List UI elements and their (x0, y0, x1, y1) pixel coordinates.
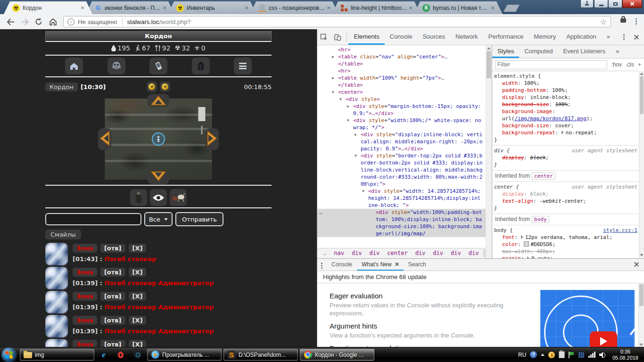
bookmark-star-icon[interactable]: ☆ (600, 17, 607, 26)
dom-node[interactable]: </table> (317, 82, 486, 89)
smiles-button[interactable]: Смайлы (45, 230, 81, 239)
language-indicator[interactable]: RU (518, 352, 526, 358)
dom-node[interactable]: ▶<div style="display:inline-block; verti… (317, 131, 486, 152)
tab-close-icon[interactable]: × (161, 5, 168, 11)
dom-node[interactable]: </table> (317, 60, 486, 67)
scroll-up-icon[interactable] (640, 73, 644, 75)
expand-icon[interactable]: ▶ (347, 103, 349, 110)
back-button[interactable] (5, 16, 16, 27)
devtools-tab-memory[interactable]: Memory (528, 29, 561, 45)
breadcrumb-item[interactable]: div (413, 249, 429, 257)
mutants-button[interactable] (170, 189, 187, 206)
devtools-tab-application[interactable]: Application (561, 29, 602, 45)
collapse-icon[interactable]: ▼ (347, 117, 349, 124)
collapse-icon[interactable]: ▼ (362, 188, 364, 195)
breadcrumb-item[interactable]: nav (331, 249, 347, 257)
dom-node[interactable]: <hr> (317, 46, 486, 53)
address-bar[interactable]: i Не защищено stalwars.loc/world.php? ☆ (63, 16, 611, 27)
devtools-tab-elements[interactable]: Elements (348, 29, 384, 45)
radiation-badge-button[interactable]: ☢ (160, 82, 170, 92)
stylesheet-link[interactable]: style.css:1 (603, 227, 637, 234)
dom-node[interactable]: ▼<div style="border-top:2px solid #333;b… (317, 152, 486, 188)
send-button[interactable]: Отправить (175, 212, 223, 226)
tab-close-icon[interactable]: × (325, 5, 332, 11)
stalker-button[interactable] (130, 189, 147, 206)
devtools-close-icon[interactable] (634, 34, 639, 40)
collapse-icon[interactable]: ▼ (355, 152, 357, 159)
delete-button[interactable]: [X] (129, 316, 147, 325)
scroll-up-icon[interactable] (487, 47, 491, 49)
dom-node[interactable]: <hr> (317, 67, 486, 74)
devtools-tab-performance[interactable]: Performance (483, 29, 528, 45)
radiation-badge-button[interactable]: ☢ (147, 82, 157, 92)
taskbar-item-ie[interactable]: e (96, 349, 111, 361)
more-indicator[interactable]: … (319, 209, 323, 216)
inherited-node-link[interactable]: center (532, 173, 555, 180)
tab-close-icon[interactable]: × (79, 5, 86, 11)
clipboard-tray-icon[interactable] (559, 351, 565, 358)
tab-close-icon[interactable]: × (407, 5, 414, 11)
author-badge[interactable]: Зона (73, 316, 97, 325)
drawer-tab-search[interactable]: Search (404, 259, 431, 271)
dom-node[interactable]: ▶<div style="margin-bottom:-15px; opacit… (317, 103, 486, 117)
new-rule-button[interactable]: + (638, 61, 641, 68)
tray-expand-icon[interactable] (541, 354, 545, 356)
browser-tab[interactable]: ☢Инвентарь× (168, 1, 256, 14)
breadcrumb-item[interactable]: div (448, 249, 464, 257)
nav-backpack-button[interactable] (192, 58, 210, 74)
author-badge[interactable]: Зона (73, 292, 97, 301)
sidebar-tab-computed[interactable]: Computed (519, 45, 558, 58)
taskbar-item-chrome[interactable]: Кордон - Google ... (300, 349, 374, 361)
delete-button[interactable]: [X] (129, 340, 147, 347)
dom-node[interactable]: …<div style="width:100%;padding-bottom: … (317, 209, 486, 237)
drawer-close-icon[interactable] (634, 262, 639, 267)
author-badge[interactable]: Зона (73, 268, 97, 277)
nav-pda-button[interactable] (149, 58, 167, 74)
dom-node[interactable]: ▼<center> (317, 89, 486, 96)
devtools-tab-console[interactable]: Console (385, 29, 418, 45)
minimize-button[interactable] (594, 0, 608, 8)
breadcrumb-item[interactable]: div (349, 249, 365, 257)
browser-tab[interactable]: Bbymas.ru | Новая тема× (414, 1, 503, 14)
play-button[interactable] (590, 331, 617, 348)
whats-new-item-title[interactable]: Argument hints (330, 322, 537, 330)
volume-tray-icon[interactable] (599, 352, 606, 358)
author-badge[interactable]: Зона (73, 244, 97, 253)
close-tab-icon[interactable] (395, 262, 399, 266)
drawer-menu-icon[interactable] (321, 262, 323, 271)
cls-toggle[interactable]: .cls (626, 61, 634, 68)
expand-icon[interactable] (561, 131, 564, 134)
reply-button[interactable]: [отв] (100, 244, 125, 253)
tab-close-icon[interactable]: × (243, 5, 250, 11)
clock[interactable]: 0:35 05.08.2018 (610, 349, 641, 361)
reply-button[interactable]: [отв] (100, 340, 125, 347)
sidebar-tab-styles[interactable]: Styles (492, 45, 519, 58)
breadcrumb-item[interactable]: div (466, 249, 482, 257)
delete-button[interactable]: [X] (129, 268, 147, 277)
dom-node[interactable]: ▶<table class="nav" align="center">… (317, 53, 486, 60)
activity-tray-icon[interactable] (578, 352, 585, 358)
taskbar-item-nox[interactable] (130, 349, 145, 361)
scroll-down-icon[interactable] (639, 344, 643, 346)
help-tray-icon[interactable]: ? (530, 351, 537, 358)
dom-node[interactable]: ▶<table width="100%" height="7px">… (317, 74, 486, 82)
browser-tab[interactable]: line-height | htmlbook.ru× (332, 1, 421, 14)
nav-gasmask-button[interactable] (107, 58, 125, 74)
drawer-tab-whatsnew[interactable]: What's New (357, 259, 404, 271)
drawer-tab-console[interactable]: Console (327, 259, 357, 271)
browser-tab[interactable]: ☢Кордон× (4, 1, 92, 14)
profile-button[interactable] (580, 0, 594, 8)
devtools-tab-network[interactable]: Network (450, 29, 483, 45)
chat-filter-select[interactable]: Все (144, 212, 173, 226)
forward-button[interactable] (19, 16, 30, 27)
device-toolbar-icon[interactable] (331, 29, 345, 45)
reply-button[interactable]: [отв] (100, 268, 125, 277)
inherited-node-link[interactable]: body (532, 216, 549, 223)
scrollbar-thumb[interactable] (487, 51, 491, 78)
extension-lock-icon[interactable] (620, 18, 626, 23)
reload-button[interactable] (33, 16, 44, 27)
styles-filter-input[interactable] (495, 60, 607, 69)
taskbar-item-opera[interactable] (113, 349, 128, 361)
browser-tab[interactable]: Gиконки бинокля - Поиск× (86, 1, 174, 14)
reply-button[interactable]: [отв] (100, 292, 125, 301)
